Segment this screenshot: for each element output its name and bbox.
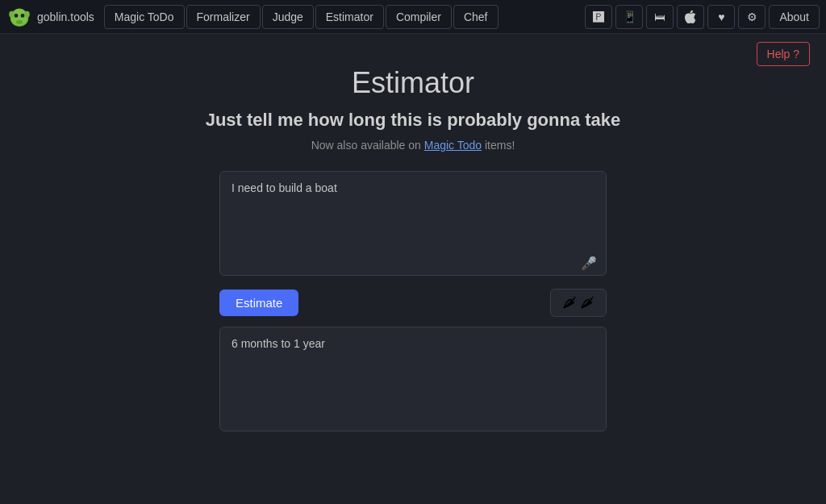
estimate-button[interactable]: Estimate — [219, 289, 298, 316]
nav-chef[interactable]: Chef — [453, 5, 499, 29]
chili-icon-2: 🌶 — [580, 294, 594, 311]
svg-point-3 — [21, 14, 25, 18]
bed-icon-btn[interactable]: 🛏 — [646, 5, 674, 29]
nav-formalizer[interactable]: Formalizer — [186, 5, 261, 29]
note-suffix: items! — [482, 139, 515, 152]
settings-icon-btn[interactable]: ⚙ — [738, 5, 766, 29]
chili-icon-1: 🌶 — [562, 294, 577, 311]
result-output[interactable]: 6 months to 1 year — [219, 327, 607, 431]
navbar: goblin.tools Magic ToDo Formalizer Judge… — [0, 0, 826, 34]
main-content: Estimator Just tell me how long this is … — [0, 34, 826, 448]
heart-icon-btn[interactable]: ♥ — [707, 5, 735, 29]
note-prefix: Now also available on — [311, 139, 424, 152]
logo-text: goblin.tools — [37, 10, 94, 23]
nav-compiler[interactable]: Compiler — [386, 5, 452, 29]
nav-estimator[interactable]: Estimator — [315, 5, 384, 29]
svg-point-2 — [15, 14, 19, 18]
help-button[interactable]: Help ? — [757, 42, 810, 66]
nav-right-icons: 🅿 📱 🛏 ♥ ⚙ About — [585, 5, 820, 29]
spicy-level-control[interactable]: 🌶 🌶 — [550, 289, 607, 317]
task-input[interactable]: I need to build a boat — [219, 171, 607, 276]
page-subtitle: Just tell me how long this is probably g… — [206, 110, 621, 131]
logo[interactable]: goblin.tools — [6, 4, 94, 30]
nav-links: Magic ToDo Formalizer Judge Estimator Co… — [104, 5, 586, 29]
svg-point-4 — [16, 20, 23, 24]
magic-todo-link[interactable]: Magic Todo — [424, 139, 482, 152]
mobile-icon-btn[interactable]: 📱 — [615, 5, 643, 29]
apple-icon-btn[interactable] — [677, 5, 704, 29]
svg-point-6 — [24, 10, 29, 17]
nav-judge[interactable]: Judge — [262, 5, 314, 29]
patreon-icon-btn[interactable]: 🅿 — [585, 5, 612, 29]
page-note: Now also available on Magic Todo items! — [311, 139, 515, 152]
svg-point-5 — [9, 10, 14, 17]
page-title: Estimator — [352, 66, 474, 100]
nav-magic-todo[interactable]: Magic ToDo — [104, 5, 185, 29]
microphone-icon: 🎤 — [581, 256, 597, 271]
task-input-area: I need to build a boat 🎤 — [219, 171, 607, 279]
logo-icon — [6, 4, 32, 30]
controls-row: Estimate 🌶 🌶 — [219, 289, 607, 317]
about-button[interactable]: About — [769, 5, 820, 29]
